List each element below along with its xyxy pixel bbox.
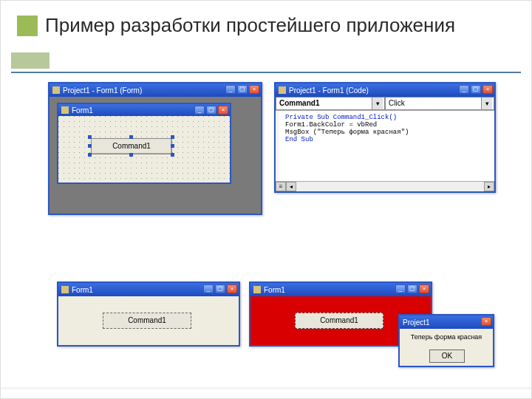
maximize-button[interactable]: ▢ bbox=[407, 284, 417, 293]
minimize-button[interactable]: _ bbox=[203, 284, 214, 293]
code-title-text: Project1 - Form1 (Code) bbox=[289, 86, 369, 95]
resize-handle-icon[interactable] bbox=[129, 135, 133, 139]
runtime-window-before: Form1 _ ▢ × Command1 bbox=[57, 282, 240, 347]
msgbox-message: Теперь форма красная bbox=[400, 333, 493, 341]
close-button[interactable]: × bbox=[227, 284, 237, 293]
form-icon bbox=[61, 106, 69, 114]
code-editor[interactable]: Private Sub Command1_Click() Form1.BackC… bbox=[276, 111, 494, 181]
slide: Пример разработки простейшего приложения… bbox=[0, 0, 532, 399]
scroll-right-icon[interactable]: ▸ bbox=[484, 182, 494, 191]
maximize-button[interactable]: ▢ bbox=[237, 85, 248, 94]
code-window: Project1 - Form1 (Code) _ ▢ × Command1 C… bbox=[274, 82, 496, 193]
scroll-track[interactable] bbox=[296, 182, 484, 191]
code-line: End Sub bbox=[285, 136, 313, 143]
ok-button[interactable]: OK bbox=[429, 349, 465, 363]
maximize-button[interactable]: ▢ bbox=[215, 284, 225, 293]
resize-handle-icon[interactable] bbox=[171, 144, 174, 148]
designer-window: Project1 - Form1 (Form) _ ▢ × Form1 _ ▢ … bbox=[48, 82, 262, 215]
divider bbox=[11, 72, 521, 73]
command1-button-runtime[interactable]: Command1 bbox=[103, 313, 191, 329]
resize-handle-icon[interactable] bbox=[129, 153, 133, 157]
scroll-splitbar-icon[interactable]: ≡ bbox=[276, 182, 286, 191]
runtime-before-titlebar[interactable]: Form1 _ ▢ × bbox=[58, 283, 239, 296]
designer-title-text: Project1 - Form1 (Form) bbox=[63, 86, 142, 95]
form-icon bbox=[61, 286, 69, 293]
object-dropdown[interactable]: Command1 bbox=[276, 97, 385, 110]
minimize-button[interactable]: _ bbox=[459, 85, 469, 94]
slide-title: Пример разработки простейшего приложения bbox=[45, 14, 455, 37]
runtime-after-title: Form1 bbox=[264, 286, 285, 294]
designer-titlebar[interactable]: Project1 - Form1 (Form) _ ▢ × bbox=[50, 83, 261, 97]
form-designer-subwindow: Form1 _ ▢ × Command1 bbox=[57, 103, 231, 184]
form1-titlebar[interactable]: Form1 _ ▢ × bbox=[58, 104, 230, 116]
vb-icon bbox=[279, 86, 286, 94]
object-dropdown-value: Command1 bbox=[279, 99, 319, 107]
event-dropdown[interactable]: Click bbox=[385, 97, 494, 110]
resize-handle-icon[interactable] bbox=[88, 153, 92, 157]
runtime-before-client: Command1 bbox=[58, 296, 239, 345]
msgbox-title: Project1 bbox=[403, 318, 430, 327]
horizontal-scrollbar[interactable]: ≡ ◂ ▸ bbox=[276, 181, 494, 191]
close-button[interactable]: × bbox=[249, 85, 259, 94]
maximize-button[interactable]: ▢ bbox=[206, 106, 216, 115]
resize-handle-icon[interactable] bbox=[88, 144, 92, 148]
maximize-button[interactable]: ▢ bbox=[471, 85, 481, 94]
runtime-before-title: Form1 bbox=[72, 286, 93, 294]
resize-handle-icon[interactable] bbox=[88, 135, 92, 139]
form1-title-text: Form1 bbox=[72, 106, 93, 115]
minimize-button[interactable]: _ bbox=[395, 284, 406, 293]
close-button[interactable]: × bbox=[482, 85, 493, 94]
accent-square-icon bbox=[17, 16, 38, 36]
resize-handle-icon[interactable] bbox=[171, 135, 174, 139]
runtime-after-titlebar[interactable]: Form1 _ ▢ × bbox=[250, 283, 431, 296]
form-icon bbox=[253, 286, 261, 293]
close-button[interactable]: × bbox=[218, 106, 228, 115]
code-line: Form1.BackColor = vbRed bbox=[285, 121, 377, 129]
scroll-left-icon[interactable]: ◂ bbox=[286, 182, 296, 191]
form-design-surface[interactable]: Command1 bbox=[58, 116, 230, 183]
event-dropdown-value: Click bbox=[389, 99, 405, 107]
code-titlebar[interactable]: Project1 - Form1 (Code) _ ▢ × bbox=[276, 83, 494, 97]
code-line: Private Sub Command1_Click() bbox=[285, 114, 397, 121]
vb-icon bbox=[52, 86, 60, 94]
minimize-button[interactable]: _ bbox=[194, 106, 205, 115]
footer-divider bbox=[1, 387, 531, 389]
accent-bar-icon bbox=[11, 52, 50, 69]
code-line: MsgBox ("Теперь форма красная") bbox=[285, 129, 409, 136]
minimize-button[interactable]: _ bbox=[225, 85, 236, 94]
msgbox-titlebar[interactable]: Project1 × bbox=[400, 316, 493, 329]
close-button[interactable]: × bbox=[481, 317, 491, 326]
command1-button-design[interactable]: Command1 bbox=[91, 138, 172, 154]
close-button[interactable]: × bbox=[419, 284, 429, 293]
command1-button-runtime[interactable]: Command1 bbox=[295, 313, 383, 329]
messagebox-window: Project1 × Теперь форма красная OK bbox=[398, 314, 494, 367]
resize-handle-icon[interactable] bbox=[171, 153, 174, 157]
